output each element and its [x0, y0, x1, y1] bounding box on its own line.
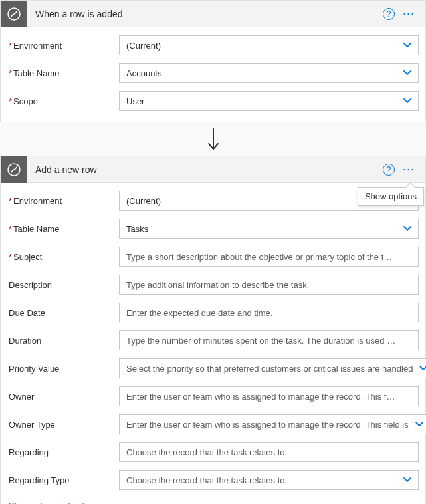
trigger-scope-select[interactable]: User [119, 91, 419, 111]
trigger-tablename-select[interactable]: Accounts [119, 63, 419, 83]
trigger-scope-label: *Scope [7, 96, 119, 106]
action-header: Add a new row ? ··· [1, 156, 425, 183]
trigger-environment-select[interactable]: (Current) [119, 35, 419, 55]
action-duration-input[interactable] [119, 330, 419, 350]
action-header-actions: ? ··· [383, 162, 425, 176]
trigger-header-actions: ? ··· [383, 7, 425, 21]
action-regardingtype-row: Regarding Type Choose the record that th… [7, 470, 419, 490]
trigger-body: *Environment (Current) *Table Name Accou… [1, 27, 425, 122]
action-subject-input[interactable] [119, 247, 419, 267]
action-tablename-select[interactable]: Tasks [119, 219, 419, 239]
action-duedate-label: Due Date [7, 308, 119, 318]
action-subject-row: *Subject [7, 247, 419, 267]
action-title: Add a new row [27, 164, 383, 175]
action-body: *Environment (Current) *Table Name Tasks… [1, 183, 425, 504]
trigger-card: When a row is added ? ··· *Environment (… [0, 0, 426, 122]
trigger-title: When a row is added [27, 9, 383, 19]
help-icon[interactable]: ? [383, 164, 395, 176]
chevron-down-icon [106, 502, 114, 505]
action-description-input[interactable] [119, 275, 419, 295]
show-options-tooltip: Show options [358, 187, 424, 206]
action-ownertype-row: Owner Type Enter the user or team who is… [7, 414, 419, 434]
action-regarding-input[interactable] [119, 442, 419, 462]
trigger-tablename-row: *Table Name Accounts [7, 63, 419, 83]
action-ownertype-label: Owner Type [7, 420, 119, 430]
action-duedate-row: Due Date [7, 303, 419, 322]
action-regardingtype-select[interactable]: Choose the record that the task relates … [119, 470, 419, 490]
trigger-scope-row: *Scope User [7, 91, 419, 111]
trigger-tablename-label: *Table Name [7, 68, 119, 78]
show-advanced-options-link[interactable]: Show advanced options [7, 501, 419, 504]
advanced-options-label: Show advanced options [9, 501, 100, 504]
dataverse-icon [1, 156, 27, 183]
trigger-environment-label: *Environment [7, 41, 119, 51]
action-duedate-input[interactable] [119, 303, 419, 322]
action-tablename-label: *Table Name [7, 224, 119, 234]
action-regarding-row: Regarding [7, 442, 419, 462]
action-duration-label: Duration [7, 336, 119, 346]
action-ownertype-select[interactable]: Enter the user or team who is assigned t… [119, 414, 426, 434]
flow-arrow-connector [0, 122, 426, 156]
action-environment-label: *Environment [7, 196, 119, 206]
trigger-header: When a row is added ? ··· [1, 1, 425, 27]
action-owner-label: Owner [7, 392, 119, 402]
action-owner-input[interactable] [119, 386, 419, 406]
ellipsis-icon[interactable]: ··· [400, 7, 417, 21]
action-description-label: Description [7, 280, 119, 290]
action-subject-label: *Subject [7, 252, 119, 262]
action-priority-row: Priority Value Select the priority so th… [7, 358, 419, 378]
help-icon[interactable]: ? [383, 8, 395, 20]
action-priority-select[interactable]: Select the priority so that preferred cu… [119, 358, 426, 378]
action-regardingtype-label: Regarding Type [7, 475, 119, 485]
action-owner-row: Owner [7, 386, 419, 406]
trigger-environment-row: *Environment (Current) [7, 35, 419, 55]
action-duration-row: Duration [7, 330, 419, 350]
dataverse-icon [1, 1, 27, 27]
ellipsis-icon[interactable]: ··· [400, 162, 417, 176]
action-tablename-row: *Table Name Tasks [7, 219, 419, 239]
action-description-row: Description [7, 275, 419, 295]
action-card: Add a new row ? ··· Show options *Enviro… [0, 156, 426, 504]
action-regarding-label: Regarding [7, 447, 119, 457]
action-priority-label: Priority Value [7, 364, 119, 374]
